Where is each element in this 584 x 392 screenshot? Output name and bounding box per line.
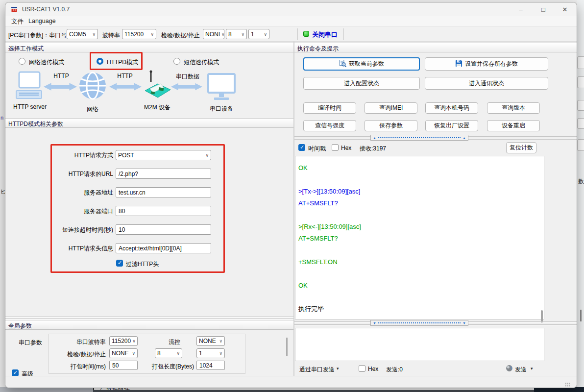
send-splitter-grip[interactable]: ▼ ▼ xyxy=(370,320,468,326)
log-line xyxy=(295,174,544,186)
flow-control-select[interactable]: NONE∨ xyxy=(196,336,225,346)
close-serial-port-button[interactable]: 关闭串口 xyxy=(312,30,338,39)
splitter-dots xyxy=(378,322,461,323)
parity-select[interactable]: NONI∨ xyxy=(203,29,224,39)
section-splitter[interactable] xyxy=(5,318,293,319)
send-button[interactable]: 发送 xyxy=(515,366,527,374)
global-parity-select[interactable]: NONE∨ xyxy=(109,348,138,358)
pack-len-input[interactable]: 1024 xyxy=(196,361,225,370)
link1-label: HTTP xyxy=(49,73,74,79)
query-imei-button[interactable]: 查询IMEI xyxy=(365,102,417,114)
chevron-down-icon: ∨ xyxy=(132,339,136,343)
background-glyph: n xyxy=(0,115,3,121)
device-restart-button[interactable]: 设备重启 xyxy=(487,120,540,131)
chevron-down-icon: ∨ xyxy=(92,32,96,37)
chevron-down-icon[interactable]: ▾ xyxy=(531,366,533,371)
http-header-input[interactable]: Accept:text/html[0D][0A] xyxy=(116,243,211,253)
enter-config-button[interactable]: 进入配置状态 xyxy=(303,77,420,90)
title-bar: USR-CAT1 V1.0.7 – □ ✕ xyxy=(5,2,577,16)
parity-data-stop-label: 检验/数据/停止 xyxy=(161,31,200,40)
radio-httpd-mode-label[interactable]: HTTPD模式 xyxy=(107,58,138,67)
radio-sms-mode-label[interactable]: 短信透传模式 xyxy=(184,58,219,67)
link3-label: 串口数据 xyxy=(173,73,202,81)
global-baud-select[interactable]: 115200∨ xyxy=(109,336,138,346)
log-splitter-grip[interactable]: ▲ ▲ xyxy=(370,135,468,141)
reset-count-button[interactable]: 复位计数 xyxy=(506,142,536,153)
network-label: 网络 xyxy=(78,105,107,114)
app-icon xyxy=(10,5,18,15)
filter-http-label[interactable]: 过滤HTTP头 xyxy=(126,260,159,269)
radio-net-mode[interactable] xyxy=(19,58,25,65)
serial-params-group-label: 串口参数 xyxy=(19,339,42,347)
log-line xyxy=(295,209,544,221)
timestamp-label[interactable]: 时间戳 xyxy=(308,145,326,153)
baud-select[interactable]: 115200∨ xyxy=(122,29,156,39)
factory-reset-button[interactable]: 恢复出厂设置 xyxy=(425,120,478,131)
radio-sms-mode[interactable] xyxy=(173,58,180,65)
send-hex-label[interactable]: Hex xyxy=(368,366,378,372)
save-params-button[interactable]: 保存参数 xyxy=(365,120,417,131)
compile-time-button[interactable]: 编译时间 xyxy=(303,102,356,114)
chevron-down-icon: ∨ xyxy=(221,32,224,37)
query-phone-number-button[interactable]: 查询本机号码 xyxy=(425,102,478,114)
baud-label: 波特率 xyxy=(102,31,120,40)
send-input-area[interactable] xyxy=(295,328,544,361)
monitor-icon xyxy=(207,73,236,103)
global-databits-select[interactable]: 8∨ xyxy=(155,348,182,358)
left-panel-scroll-thumb[interactable] xyxy=(286,338,288,356)
stopbits-select[interactable]: 1∨ xyxy=(248,29,269,39)
chevron-down-icon[interactable]: ▾ xyxy=(337,366,339,371)
enter-comm-button[interactable]: 进入通讯状态 xyxy=(425,77,548,90)
background-window-right-sliver: 数 xyxy=(577,0,584,387)
log-line xyxy=(295,268,544,280)
databits-select[interactable]: 8∨ xyxy=(226,29,247,39)
advanced-checkbox[interactable] xyxy=(12,369,19,376)
maximize-button[interactable]: □ xyxy=(533,2,554,16)
app-window: USR-CAT1 V1.0.7 – □ ✕ 文件 Language [PC串口参… xyxy=(5,2,577,388)
radio-net-mode-label[interactable]: 网络透传模式 xyxy=(29,58,64,67)
send-via-serial-dropdown[interactable]: 通过串口发送 xyxy=(299,366,335,374)
server-address-input[interactable]: test.usr.cn xyxy=(116,187,211,197)
minimize-button[interactable]: – xyxy=(510,2,532,16)
send-hex-checkbox[interactable] xyxy=(359,365,365,372)
log-line: OK xyxy=(295,162,544,174)
log-line: +SMSFLT:ON xyxy=(295,256,544,268)
http-url-input[interactable]: /2.php? xyxy=(116,169,211,179)
server-port-input[interactable]: 80 xyxy=(116,206,211,216)
recv-hex-checkbox[interactable] xyxy=(332,144,339,151)
section-splitter[interactable] xyxy=(5,317,293,317)
menu-file[interactable]: 文件 xyxy=(11,18,24,26)
close-button[interactable]: ✕ xyxy=(554,2,576,16)
chevron-down-icon: ∨ xyxy=(205,153,209,158)
background-button-fragment xyxy=(577,118,584,129)
menu-language[interactable]: Language xyxy=(28,18,56,24)
chevron-down-icon: ∨ xyxy=(264,32,267,37)
global-stopbits-select[interactable]: 1∨ xyxy=(196,348,225,358)
chevron-down-icon: ∨ xyxy=(176,351,180,356)
double-arrow-icon xyxy=(171,82,202,93)
chevron-down-icon: ∨ xyxy=(219,351,222,356)
log-line xyxy=(295,292,544,303)
resize-grip[interactable] xyxy=(565,382,570,387)
query-version-button[interactable]: 查询版本 xyxy=(487,102,540,114)
http-method-label: HTTP请求方式 xyxy=(35,151,113,160)
com-port-select[interactable]: COM5∨ xyxy=(67,29,98,39)
http-method-select[interactable]: POST∨ xyxy=(116,150,211,160)
globe-icon xyxy=(79,72,106,101)
set-save-params-button[interactable]: 设置并保存所有参数 xyxy=(425,57,548,71)
serial-open-status-icon xyxy=(303,31,309,37)
filter-http-checkbox[interactable] xyxy=(116,260,123,267)
work-mode-header: 选择工作模式 xyxy=(5,43,293,52)
double-arrow-icon xyxy=(109,82,142,93)
radio-httpd-mode[interactable] xyxy=(97,58,103,65)
get-params-button[interactable]: 获取当前参数 xyxy=(303,57,420,71)
log-line: AT+SMSFLT? xyxy=(295,233,544,245)
short-conn-timeout-input[interactable]: 10 xyxy=(116,224,211,235)
timestamp-checkbox[interactable] xyxy=(298,144,305,151)
log-output[interactable]: OK >[Tx->][13:50:09][asc] AT+SMSFLT? >[R… xyxy=(295,156,544,319)
query-signal-button[interactable]: 查信号强度 xyxy=(303,120,356,131)
recv-hex-label[interactable]: Hex xyxy=(341,145,351,151)
background-button-fragment xyxy=(577,139,584,151)
pack-time-label: 打包时间(ms) xyxy=(35,363,106,371)
http-header-label: HTTP请求头信息 xyxy=(35,245,113,253)
